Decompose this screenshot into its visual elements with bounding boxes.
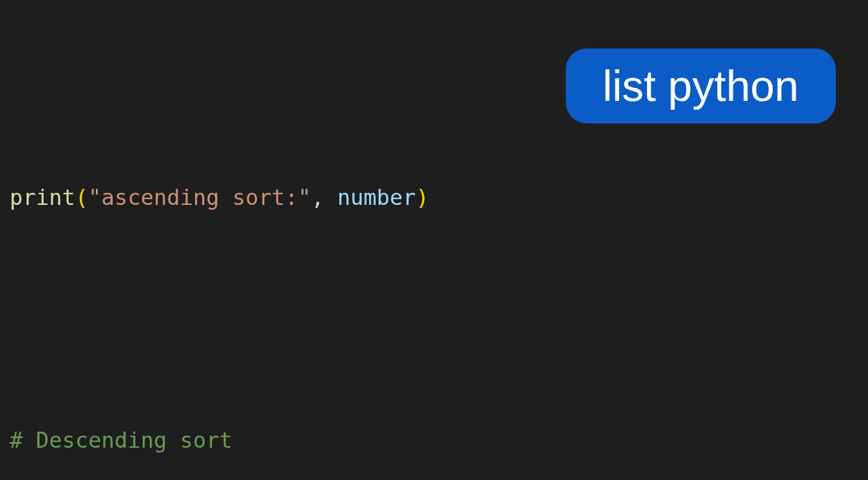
string-literal: "ascending sort:" [89,185,311,210]
code-editor[interactable]: list python print("ascending sort:", num… [0,0,868,480]
code-line: print("ascending sort:", number) [10,180,858,215]
function-call: print [10,185,75,210]
title-badge: list python [566,48,836,123]
comment: # Descending sort [10,423,858,457]
paren-close: ) [416,185,429,210]
comma: , [311,185,338,210]
paren-open: ( [75,185,88,210]
variable: number [337,185,416,210]
